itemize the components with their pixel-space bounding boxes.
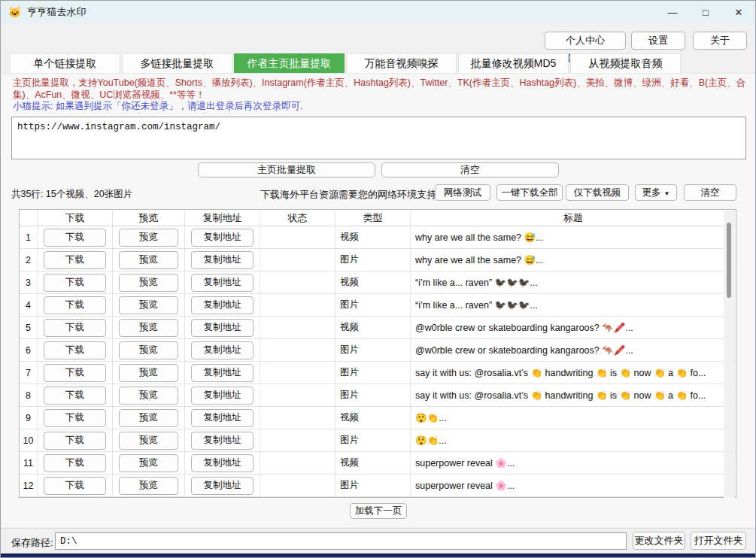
download-all-button[interactable]: 一键下载全部 bbox=[496, 184, 563, 201]
download-cell: 下载 bbox=[38, 339, 113, 361]
title-cell: why are we all the same? 😅... bbox=[411, 249, 736, 271]
copy-link-cell: 复制地址 bbox=[185, 384, 260, 406]
download-button[interactable]: 下载 bbox=[44, 409, 106, 427]
download-cell: 下载 bbox=[38, 475, 113, 496]
table-row: 5下载预览复制地址视频@w0rble crew or skateboarding… bbox=[20, 317, 736, 339]
copy-link-button[interactable]: 复制地址 bbox=[191, 229, 254, 247]
tab-content-panel: 主页批量提取，支持YouTube(频道页、Shorts、播放列表)、Instag… bbox=[1, 73, 755, 527]
download-cell: 下载 bbox=[38, 271, 113, 293]
homepage-batch-extract-button[interactable]: 主页批量提取 bbox=[198, 162, 375, 177]
tab-multi-link-batch-extract[interactable]: 多链接批量提取 bbox=[122, 53, 232, 73]
table-header: 下载 预览 复制地址 状态 类型 标题 bbox=[20, 210, 736, 226]
more-label: 更多 bbox=[642, 187, 661, 198]
description-line2: 集)、AcFun、微视、UC浏览器视频、**等等！ bbox=[13, 89, 746, 102]
type-cell: 视频 bbox=[335, 452, 411, 474]
url-input[interactable]: https://www.instagram.com/instagram/ bbox=[11, 117, 746, 159]
copy-link-cell: 复制地址 bbox=[185, 271, 260, 293]
network-test-button[interactable]: 网络测试 bbox=[435, 184, 490, 201]
download-button[interactable]: 下载 bbox=[44, 341, 106, 359]
table-scrollbar[interactable] bbox=[724, 211, 735, 498]
title-cell: superpower reveal 🌸... bbox=[411, 452, 736, 474]
download-button[interactable]: 下载 bbox=[44, 274, 106, 292]
scrollbar-thumb[interactable] bbox=[727, 223, 731, 298]
preview-button[interactable]: 预览 bbox=[119, 319, 179, 337]
preview-button[interactable]: 预览 bbox=[119, 341, 179, 359]
title-cell: 😲👏... bbox=[411, 407, 736, 429]
copy-link-button[interactable]: 复制地址 bbox=[191, 387, 254, 405]
preview-button[interactable]: 预览 bbox=[119, 454, 179, 472]
download-button[interactable]: 下载 bbox=[44, 432, 106, 450]
preview-button[interactable]: 预览 bbox=[119, 364, 179, 382]
table-row: 12下载预览复制地址图片superpower reveal 🌸... bbox=[20, 475, 736, 497]
about-button[interactable]: 关于 bbox=[693, 32, 747, 50]
window-bottom-edge bbox=[1, 553, 755, 558]
close-button[interactable]: ✕ bbox=[722, 1, 755, 23]
preview-button[interactable]: 预览 bbox=[119, 432, 179, 450]
preview-button[interactable]: 预览 bbox=[119, 251, 179, 269]
preview-button[interactable]: 预览 bbox=[119, 477, 179, 495]
row-number: 6 bbox=[20, 339, 38, 361]
preview-cell: 预览 bbox=[113, 407, 185, 429]
preview-button[interactable]: 预览 bbox=[119, 387, 179, 405]
title-cell: say it with us: @rosalia.vt’s 👏 handwrit… bbox=[411, 362, 736, 384]
table-row: 3下载预览复制地址视频“i’m like a... raven” 🐦‍⬛🐦‍⬛🐦… bbox=[20, 271, 736, 294]
app-cat-icon: 🐱 bbox=[8, 6, 21, 18]
copy-link-button[interactable]: 复制地址 bbox=[191, 364, 254, 382]
header-status: 状态 bbox=[260, 210, 335, 226]
preview-button[interactable]: 预览 bbox=[119, 409, 179, 427]
row-number: 4 bbox=[20, 294, 38, 316]
user-center-dropdown[interactable]: 个人中心(test2)▼ bbox=[545, 32, 626, 50]
load-next-page-button[interactable]: 加载下一页 bbox=[350, 503, 407, 519]
download-button[interactable]: 下载 bbox=[44, 296, 106, 314]
preview-button[interactable]: 预览 bbox=[119, 296, 179, 314]
copy-link-button[interactable]: 复制地址 bbox=[191, 477, 254, 495]
copy-link-cell: 复制地址 bbox=[185, 339, 260, 361]
download-button[interactable]: 下载 bbox=[44, 364, 106, 382]
preview-button[interactable]: 预览 bbox=[119, 229, 179, 247]
header-type: 类型 bbox=[335, 210, 411, 226]
copy-link-button[interactable]: 复制地址 bbox=[191, 319, 254, 337]
tab-single-link-extract[interactable]: 单个链接提取 bbox=[10, 53, 120, 73]
clear-url-button[interactable]: 清空 bbox=[381, 162, 559, 177]
download-button[interactable]: 下载 bbox=[44, 477, 106, 495]
preview-cell: 预览 bbox=[113, 362, 185, 384]
tab-author-homepage-batch-extract[interactable]: 作者主页批量提取 bbox=[234, 53, 345, 73]
table-body: 1下载预览复制地址视频why are we all the same? 😅...… bbox=[20, 226, 736, 497]
more-dropdown-button[interactable]: 更多▼ bbox=[635, 184, 677, 201]
tab-extract-audio-from-video[interactable]: 从视频提取音频 bbox=[570, 53, 681, 73]
results-toolbar: 共35行: 15个视频、20张图片 下载海外平台资源需要您的网络环境支持 网络测… bbox=[1, 183, 755, 203]
title-cell: say it with us: @rosalia.vt’s 👏 handwrit… bbox=[411, 384, 736, 406]
preview-cell: 预览 bbox=[113, 475, 185, 496]
preview-button[interactable]: 预览 bbox=[119, 274, 179, 292]
download-videos-only-button[interactable]: 仅下载视频 bbox=[566, 184, 629, 201]
save-path-input[interactable] bbox=[55, 532, 627, 550]
copy-link-button[interactable]: 复制地址 bbox=[191, 409, 254, 427]
download-button[interactable]: 下载 bbox=[44, 251, 106, 269]
download-button[interactable]: 下载 bbox=[44, 454, 106, 472]
copy-link-button[interactable]: 复制地址 bbox=[191, 454, 254, 472]
download-cell: 下载 bbox=[38, 429, 113, 451]
open-folder-button[interactable]: 打开文件夹 bbox=[691, 532, 746, 550]
change-folder-button[interactable]: 更改文件夹 bbox=[633, 532, 685, 550]
copy-link-button[interactable]: 复制地址 bbox=[191, 296, 254, 314]
settings-button[interactable]: 设置 bbox=[631, 32, 685, 50]
tab-universal-av-sniffer[interactable]: 万能音视频嗅探 bbox=[346, 53, 457, 73]
clear-results-button[interactable]: 清空 bbox=[684, 184, 736, 201]
maximize-button[interactable]: □ bbox=[689, 1, 722, 23]
copy-link-button[interactable]: 复制地址 bbox=[191, 274, 254, 292]
table-row: 4下载预览复制地址图片“i’m like a... raven” 🐦‍⬛🐦‍⬛🐦… bbox=[20, 294, 736, 317]
copy-link-button[interactable]: 复制地址 bbox=[191, 251, 254, 269]
tab-batch-modify-video-md5[interactable]: 批量修改视频MD5 bbox=[458, 53, 569, 73]
download-cell: 下载 bbox=[38, 226, 113, 248]
download-button[interactable]: 下载 bbox=[44, 319, 106, 337]
copy-link-button[interactable]: 复制地址 bbox=[191, 432, 254, 450]
copy-link-button[interactable]: 复制地址 bbox=[191, 341, 254, 359]
title-cell: “i’m like a... raven” 🐦‍⬛🐦‍⬛🐦‍⬛... bbox=[411, 294, 736, 316]
row-number: 10 bbox=[20, 429, 38, 451]
status-cell bbox=[260, 226, 335, 248]
status-cell bbox=[260, 362, 335, 384]
download-button[interactable]: 下载 bbox=[44, 229, 106, 247]
copy-link-cell: 复制地址 bbox=[185, 317, 260, 338]
minimize-button[interactable]: — bbox=[656, 1, 689, 23]
download-button[interactable]: 下载 bbox=[44, 387, 106, 405]
